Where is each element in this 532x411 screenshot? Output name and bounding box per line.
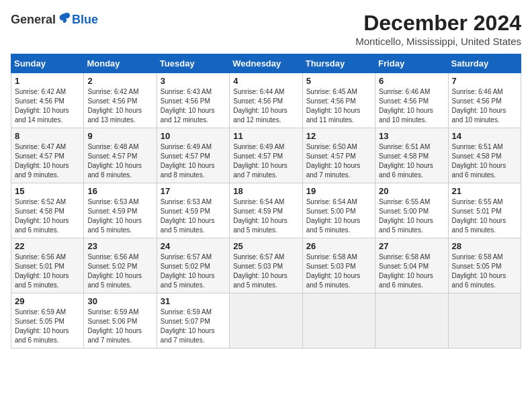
- calendar-cell: 13 Sunrise: 6:51 AMSunset: 4:58 PMDaylig…: [375, 128, 448, 183]
- calendar-cell: [230, 293, 302, 349]
- day-number: 29: [15, 296, 80, 306]
- day-info: Sunrise: 6:59 AMSunset: 5:07 PMDaylight:…: [161, 308, 215, 344]
- calendar-cell: 25 Sunrise: 6:57 AMSunset: 5:03 PMDaylig…: [230, 238, 302, 293]
- day-number: 24: [161, 241, 226, 251]
- calendar-cell: 8 Sunrise: 6:47 AMSunset: 4:57 PMDayligh…: [11, 128, 84, 183]
- day-number: 16: [87, 186, 152, 196]
- day-info: Sunrise: 6:58 AMSunset: 5:03 PMDaylight:…: [306, 253, 361, 289]
- col-wednesday: Wednesday: [230, 54, 302, 73]
- calendar-cell: 26 Sunrise: 6:58 AMSunset: 5:03 PMDaylig…: [302, 238, 375, 293]
- calendar-cell: 31 Sunrise: 6:59 AMSunset: 5:07 PMDaylig…: [157, 293, 229, 349]
- day-info: Sunrise: 6:42 AMSunset: 4:56 PMDaylight:…: [87, 88, 142, 124]
- day-info: Sunrise: 6:42 AMSunset: 4:56 PMDaylight:…: [15, 88, 69, 124]
- calendar-cell: 27 Sunrise: 6:58 AMSunset: 5:04 PMDaylig…: [375, 238, 448, 293]
- day-number: 18: [233, 186, 298, 196]
- day-number: 5: [306, 76, 371, 86]
- calendar-cell: 30 Sunrise: 6:59 AMSunset: 5:06 PMDaylig…: [84, 293, 157, 349]
- day-info: Sunrise: 6:55 AMSunset: 5:00 PMDaylight:…: [379, 198, 433, 234]
- day-number: 2: [87, 76, 152, 86]
- day-number: 31: [161, 296, 226, 306]
- calendar-cell: [302, 293, 375, 349]
- calendar-cell: 22 Sunrise: 6:56 AMSunset: 5:01 PMDaylig…: [11, 238, 84, 293]
- calendar-cell: 20 Sunrise: 6:55 AMSunset: 5:00 PMDaylig…: [375, 183, 448, 238]
- day-number: 6: [379, 76, 444, 86]
- day-number: 23: [87, 241, 152, 251]
- col-tuesday: Tuesday: [157, 54, 229, 73]
- calendar-table: Sunday Monday Tuesday Wednesday Thursday…: [11, 54, 521, 349]
- col-saturday: Saturday: [448, 54, 521, 73]
- day-info: Sunrise: 6:55 AMSunset: 5:01 PMDaylight:…: [452, 198, 506, 234]
- logo-bird-icon: [57, 11, 72, 28]
- day-info: Sunrise: 6:46 AMSunset: 4:56 PMDaylight:…: [452, 88, 506, 124]
- day-number: 9: [87, 131, 152, 141]
- day-number: 15: [15, 186, 80, 196]
- calendar-cell: 29 Sunrise: 6:59 AMSunset: 5:05 PMDaylig…: [11, 293, 84, 349]
- day-number: 28: [452, 241, 517, 251]
- calendar-cell: 12 Sunrise: 6:50 AMSunset: 4:57 PMDaylig…: [302, 128, 375, 183]
- day-info: Sunrise: 6:46 AMSunset: 4:56 PMDaylight:…: [379, 88, 433, 124]
- col-thursday: Thursday: [302, 54, 375, 73]
- day-info: Sunrise: 6:54 AMSunset: 4:59 PMDaylight:…: [233, 198, 287, 234]
- day-info: Sunrise: 6:52 AMSunset: 4:58 PMDaylight:…: [15, 198, 69, 234]
- day-info: Sunrise: 6:57 AMSunset: 5:03 PMDaylight:…: [233, 253, 287, 289]
- day-info: Sunrise: 6:54 AMSunset: 5:00 PMDaylight:…: [306, 198, 361, 234]
- day-info: Sunrise: 6:49 AMSunset: 4:57 PMDaylight:…: [161, 143, 215, 179]
- day-info: Sunrise: 6:44 AMSunset: 4:56 PMDaylight:…: [233, 88, 287, 124]
- day-number: 19: [306, 186, 371, 196]
- calendar-cell: 23 Sunrise: 6:56 AMSunset: 5:02 PMDaylig…: [84, 238, 157, 293]
- day-number: 25: [233, 241, 298, 251]
- day-number: 20: [379, 186, 444, 196]
- day-info: Sunrise: 6:57 AMSunset: 5:02 PMDaylight:…: [161, 253, 215, 289]
- calendar-cell: 3 Sunrise: 6:43 AMSunset: 4:56 PMDayligh…: [157, 73, 229, 128]
- page-header: General Blue December 2024 Monticello, M…: [11, 11, 521, 47]
- day-info: Sunrise: 6:49 AMSunset: 4:57 PMDaylight:…: [233, 143, 287, 179]
- logo-blue: Blue: [72, 13, 98, 27]
- title-block: December 2024 Monticello, Mississippi, U…: [355, 11, 521, 47]
- col-sunday: Sunday: [11, 54, 84, 73]
- calendar-cell: 6 Sunrise: 6:46 AMSunset: 4:56 PMDayligh…: [375, 73, 448, 128]
- day-info: Sunrise: 6:53 AMSunset: 4:59 PMDaylight:…: [87, 198, 142, 234]
- day-number: 3: [161, 76, 226, 86]
- day-info: Sunrise: 6:48 AMSunset: 4:57 PMDaylight:…: [87, 143, 142, 179]
- month-title: December 2024: [355, 11, 521, 36]
- calendar-cell: 16 Sunrise: 6:53 AMSunset: 4:59 PMDaylig…: [84, 183, 157, 238]
- day-number: 10: [161, 131, 226, 141]
- day-info: Sunrise: 6:43 AMSunset: 4:56 PMDaylight:…: [161, 88, 215, 124]
- day-number: 13: [379, 131, 444, 141]
- calendar-cell: 14 Sunrise: 6:51 AMSunset: 4:58 PMDaylig…: [448, 128, 521, 183]
- calendar-cell: 21 Sunrise: 6:55 AMSunset: 5:01 PMDaylig…: [448, 183, 521, 238]
- day-number: 4: [233, 76, 298, 86]
- calendar-cell: 24 Sunrise: 6:57 AMSunset: 5:02 PMDaylig…: [157, 238, 229, 293]
- day-number: 7: [452, 76, 517, 86]
- day-number: 30: [87, 296, 152, 306]
- calendar-cell: 11 Sunrise: 6:49 AMSunset: 4:57 PMDaylig…: [230, 128, 302, 183]
- header-row: Sunday Monday Tuesday Wednesday Thursday…: [11, 54, 521, 73]
- day-info: Sunrise: 6:45 AMSunset: 4:56 PMDaylight:…: [306, 88, 361, 124]
- day-number: 11: [233, 131, 298, 141]
- day-info: Sunrise: 6:51 AMSunset: 4:58 PMDaylight:…: [379, 143, 433, 179]
- calendar-cell: 2 Sunrise: 6:42 AMSunset: 4:56 PMDayligh…: [84, 73, 157, 128]
- calendar-cell: 10 Sunrise: 6:49 AMSunset: 4:57 PMDaylig…: [157, 128, 229, 183]
- day-info: Sunrise: 6:53 AMSunset: 4:59 PMDaylight:…: [161, 198, 215, 234]
- day-number: 1: [15, 76, 80, 86]
- day-info: Sunrise: 6:59 AMSunset: 5:06 PMDaylight:…: [87, 308, 142, 344]
- day-number: 12: [306, 131, 371, 141]
- day-number: 17: [161, 186, 226, 196]
- calendar-cell: [448, 293, 521, 349]
- day-number: 22: [15, 241, 80, 251]
- calendar-cell: 7 Sunrise: 6:46 AMSunset: 4:56 PMDayligh…: [448, 73, 521, 128]
- day-number: 8: [15, 131, 80, 141]
- day-number: 21: [452, 186, 517, 196]
- calendar-cell: 4 Sunrise: 6:44 AMSunset: 4:56 PMDayligh…: [230, 73, 302, 128]
- day-info: Sunrise: 6:59 AMSunset: 5:05 PMDaylight:…: [15, 308, 69, 344]
- calendar-cell: 18 Sunrise: 6:54 AMSunset: 4:59 PMDaylig…: [230, 183, 302, 238]
- day-number: 26: [306, 241, 371, 251]
- calendar-cell: 17 Sunrise: 6:53 AMSunset: 4:59 PMDaylig…: [157, 183, 229, 238]
- col-monday: Monday: [84, 54, 157, 73]
- calendar-cell: [375, 293, 448, 349]
- day-info: Sunrise: 6:58 AMSunset: 5:04 PMDaylight:…: [379, 253, 433, 289]
- calendar-cell: 5 Sunrise: 6:45 AMSunset: 4:56 PMDayligh…: [302, 73, 375, 128]
- location-subtitle: Monticello, Mississippi, United States: [355, 36, 521, 47]
- logo: General Blue: [11, 11, 98, 28]
- col-friday: Friday: [375, 54, 448, 73]
